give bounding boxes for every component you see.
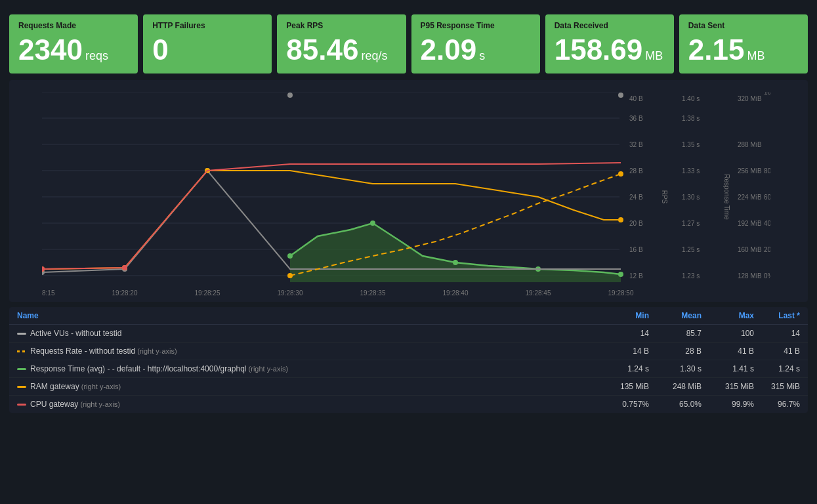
table-header: Name Min Mean Max Last *	[9, 307, 808, 325]
svg-text:1.30 s: 1.30 s	[682, 194, 700, 201]
svg-point-37	[618, 217, 623, 222]
row-mean-requests-rate: 28 B	[649, 346, 702, 356]
svg-point-26	[453, 260, 458, 265]
row-name-response-time: Response Time (avg) - - default - http:/…	[17, 364, 597, 373]
svg-text:1.40 s: 1.40 s	[682, 95, 700, 102]
svg-text:36 B: 36 B	[629, 115, 643, 122]
header	[0, 0, 817, 14]
svg-text:160 MiB: 160 MiB	[738, 246, 762, 253]
svg-text:19:28:30: 19:28:30	[278, 289, 303, 297]
svg-text:80%: 80%	[764, 167, 770, 175]
metric-card-requests-made: Requests Made 2340 reqs	[9, 14, 138, 74]
svg-text:16 B: 16 B	[629, 246, 643, 253]
row-mean-ram-gateway: 248 MiB	[649, 382, 702, 391]
metric-unit-p95-response: s	[479, 49, 485, 63]
svg-text:1.25 s: 1.25 s	[682, 246, 700, 253]
svg-text:40%: 40%	[764, 220, 770, 227]
svg-text:288 MiB: 288 MiB	[738, 141, 762, 148]
row-last-ram-gateway: 315 MiB	[754, 382, 800, 391]
legend-dot-active-vus	[17, 333, 26, 335]
svg-text:20%: 20%	[764, 246, 770, 253]
row-mean-active-vus: 85.7	[649, 329, 702, 338]
metric-card-data-sent: Data Sent 2.15 MB	[679, 14, 808, 74]
svg-point-33	[618, 93, 623, 98]
svg-point-24	[287, 253, 293, 259]
svg-text:100%: 100%	[764, 92, 770, 96]
metric-label-p95-response: P95 Response Time	[421, 21, 531, 30]
metric-value-requests-made: 2340	[18, 35, 83, 64]
svg-point-38	[42, 266, 45, 272]
svg-point-25	[370, 220, 375, 226]
svg-text:1.23 s: 1.23 s	[682, 272, 700, 280]
row-min-response-time: 1.24 s	[597, 364, 649, 373]
svg-text:Response Time: Response Time	[723, 174, 730, 220]
col-last: Last *	[754, 311, 800, 320]
chart-svg: 10 20 30 50 70 100 19:28:15 19:28:20 19:…	[42, 92, 770, 302]
col-name: Name	[17, 311, 597, 320]
svg-text:20 B: 20 B	[629, 220, 643, 227]
svg-text:1.35 s: 1.35 s	[682, 141, 700, 148]
svg-text:1.38 s: 1.38 s	[682, 115, 700, 122]
row-max-ram-gateway: 315 MiB	[702, 382, 754, 391]
svg-point-40	[287, 273, 293, 278]
metric-unit-data-received: MB	[645, 49, 663, 63]
metric-value-peak-rps: 85.46	[286, 35, 358, 64]
chart-section: 10 20 30 50 70 100 19:28:15 19:28:20 19:…	[9, 80, 808, 302]
metrics-row: Requests Made 2340 reqs HTTP Failures 0 …	[0, 14, 817, 80]
row-name-cpu-gateway: CPU gateway (right y-axis)	[17, 400, 597, 409]
table-row: RAM gateway (right y-axis) 135 MiB 248 M…	[9, 378, 808, 396]
row-last-cpu-gateway: 96.7%	[754, 400, 800, 409]
svg-text:19:28:20: 19:28:20	[112, 289, 138, 297]
svg-text:19:28:40: 19:28:40	[443, 289, 469, 297]
svg-text:19:28:35: 19:28:35	[360, 289, 386, 297]
svg-text:0%: 0%	[764, 272, 770, 280]
metric-label-requests-made: Requests Made	[18, 21, 129, 30]
row-mean-response-time: 1.30 s	[649, 364, 702, 373]
metric-unit-requests-made: reqs	[85, 49, 108, 63]
row-min-ram-gateway: 135 MiB	[597, 382, 649, 391]
table-row: Active VUs - without testid 14 85.7 100 …	[9, 325, 808, 343]
svg-text:19:28:25: 19:28:25	[195, 289, 220, 297]
legend-dot-response-time	[17, 368, 26, 370]
table-row: Response Time (avg) - - default - http:/…	[9, 360, 808, 378]
col-min: Min	[597, 311, 649, 320]
row-max-active-vus: 100	[702, 329, 754, 338]
svg-text:19:28:15: 19:28:15	[42, 289, 55, 297]
svg-text:VUs: VUs	[325, 301, 338, 302]
table-section: Name Min Mean Max Last * Active VUs - wi…	[9, 307, 808, 413]
metric-label-data-received: Data Received	[555, 21, 665, 30]
svg-point-28	[618, 272, 623, 277]
svg-text:19:28:45: 19:28:45	[526, 289, 551, 297]
row-mean-cpu-gateway: 65.0%	[649, 400, 702, 409]
metric-card-peak-rps: Peak RPS 85.46 req/s	[277, 14, 406, 74]
table-row: Requests Rate - without testid (right y-…	[9, 343, 808, 360]
svg-text:32 B: 32 B	[629, 141, 643, 148]
row-last-response-time: 1.24 s	[754, 364, 800, 373]
svg-text:24 B: 24 B	[629, 194, 643, 201]
svg-text:60%: 60%	[764, 194, 770, 201]
table-row: CPU gateway (right y-axis) 0.757% 65.0% …	[9, 396, 808, 413]
svg-point-41	[618, 171, 623, 177]
col-mean: Mean	[649, 311, 702, 320]
svg-text:128 MiB: 128 MiB	[738, 272, 762, 280]
col-max: Max	[702, 311, 754, 320]
metric-value-data-sent: 2.15	[688, 35, 745, 64]
svg-point-39	[122, 265, 127, 270]
svg-point-32	[287, 93, 293, 98]
row-max-requests-rate: 41 B	[702, 346, 754, 356]
svg-text:1.33 s: 1.33 s	[682, 167, 700, 175]
metric-value-p95-response: 2.09	[421, 35, 477, 64]
metric-label-http-failures: HTTP Failures	[152, 21, 262, 30]
row-name-active-vus: Active VUs - without testid	[17, 329, 597, 338]
metric-unit-peak-rps: req/s	[361, 49, 387, 63]
metric-label-data-sent: Data Sent	[688, 21, 799, 30]
metric-card-data-received: Data Received 158.69 MB	[545, 14, 674, 74]
row-name-ram-gateway: RAM gateway (right y-axis)	[17, 382, 597, 391]
svg-text:40 B: 40 B	[629, 95, 643, 102]
svg-text:256 MiB: 256 MiB	[738, 167, 762, 175]
metric-value-data-received: 158.69	[555, 35, 643, 64]
metric-label-peak-rps: Peak RPS	[286, 21, 396, 30]
svg-text:224 MiB: 224 MiB	[738, 194, 762, 201]
row-min-cpu-gateway: 0.757%	[597, 400, 649, 409]
legend-dot-cpu-gateway	[17, 404, 26, 406]
